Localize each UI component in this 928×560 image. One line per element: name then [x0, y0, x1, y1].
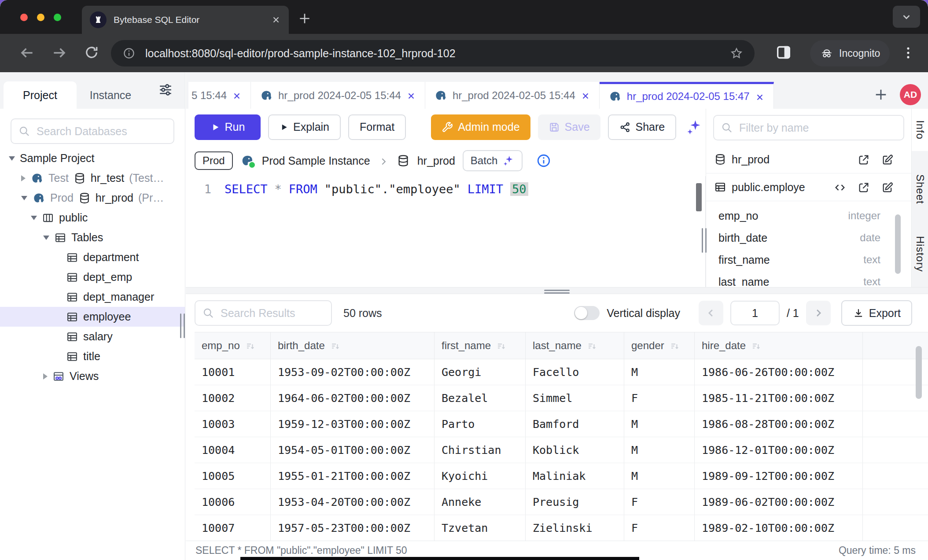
tree-node-tables[interactable]: Tables: [0, 228, 185, 247]
schema-filter[interactable]: [713, 115, 904, 140]
sort-icon[interactable]: [496, 339, 507, 352]
close-window-button[interactable]: [20, 14, 28, 21]
sheet-tab-4-active[interactable]: hr_prod 2024-02-05 15:47: [600, 82, 774, 109]
table-row[interactable]: 100041954-05-01T00:00:00ZChirstianKoblic…: [195, 437, 928, 463]
side-panel-icon[interactable]: [775, 44, 792, 61]
column-row[interactable]: birth_date date: [706, 227, 911, 249]
browser-menu-icon[interactable]: [901, 45, 916, 60]
close-tab-icon[interactable]: [271, 15, 281, 25]
column-header[interactable]: last_name: [526, 332, 624, 359]
panel-table-row[interactable]: public.employe: [706, 173, 911, 201]
column-row[interactable]: first_name text: [706, 249, 911, 271]
address-bar[interactable]: localhost:8080/sql-editor/prod-sample-in…: [111, 40, 755, 66]
sort-icon[interactable]: [670, 339, 680, 352]
column-header[interactable]: birth_date: [271, 332, 435, 359]
chevron-down-icon[interactable]: [31, 216, 37, 220]
open-database-icon[interactable]: [858, 153, 870, 166]
sort-icon[interactable]: [245, 339, 256, 352]
explain-button[interactable]: Explain: [268, 114, 341, 140]
table-row[interactable]: 100051955-01-21T00:00:00ZKyoichiMaliniak…: [195, 463, 928, 489]
tree-node-hr-test[interactable]: Test hr_test (Test…: [0, 168, 185, 188]
tree-node-table-employee-selected[interactable]: employee: [0, 307, 185, 327]
column-header[interactable]: emp_no: [195, 332, 271, 359]
browser-tab[interactable]: Bytebase SQL Editor: [82, 6, 289, 34]
save-button[interactable]: Save: [538, 114, 600, 140]
tree-node-table-title[interactable]: title: [0, 346, 185, 366]
open-table-icon[interactable]: [858, 181, 870, 194]
sheet-tab-1[interactable]: 5 15:44: [188, 82, 251, 109]
database-search-input[interactable]: [36, 125, 166, 138]
tab-search-chevron-button[interactable]: [893, 6, 920, 28]
close-sheet-icon[interactable]: [406, 89, 416, 102]
database-name[interactable]: hr_prod: [417, 155, 455, 167]
back-icon[interactable]: [18, 44, 35, 61]
column-header[interactable]: hire_date: [695, 332, 863, 359]
page-number-input[interactable]: [730, 301, 780, 325]
tree-node-table-dept-manager[interactable]: dept_manager: [0, 287, 185, 307]
forward-icon[interactable]: [51, 44, 68, 61]
export-button[interactable]: Export: [841, 300, 912, 326]
editor-scrollbar[interactable]: [696, 183, 702, 211]
panel-database-row[interactable]: hr_prod: [706, 146, 911, 173]
tab-sheet[interactable]: Sheet: [912, 170, 928, 208]
url-text[interactable]: localhost:8080/sql-editor/prod-sample-in…: [145, 47, 720, 60]
connection-info-icon[interactable]: [536, 153, 551, 168]
instance-name[interactable]: Prod Sample Instance: [262, 155, 370, 167]
schema-panel-scrollbar[interactable]: [895, 214, 901, 274]
sort-icon[interactable]: [751, 339, 762, 352]
tree-node-table-dept-emp[interactable]: dept_emp: [0, 267, 185, 287]
chevron-right-icon[interactable]: [43, 373, 48, 379]
minimize-window-button[interactable]: [37, 14, 44, 21]
admin-mode-button[interactable]: Admin mode: [431, 114, 530, 140]
tree-node-table-department[interactable]: department: [0, 247, 185, 267]
results-search[interactable]: [195, 300, 332, 326]
sql-line-1[interactable]: 1 SELECT * FROM "public"."employee" LIMI…: [186, 176, 705, 196]
database-search[interactable]: [11, 118, 174, 144]
column-header[interactable]: first_name: [435, 332, 526, 359]
table-row[interactable]: 100021964-06-02T00:00:00ZBezalelSimmelF1…: [195, 385, 928, 411]
chevron-right-icon[interactable]: [21, 175, 26, 181]
sheet-tab-2[interactable]: hr_prod 2024-02-05 15:44: [251, 82, 425, 109]
edit-database-icon[interactable]: [881, 153, 894, 166]
site-info-icon[interactable]: [122, 47, 136, 60]
column-header[interactable]: gender: [624, 332, 695, 359]
run-button[interactable]: Run: [195, 114, 261, 140]
table-row[interactable]: 100031959-12-03T00:00:00ZPartoBamfordM19…: [195, 411, 928, 437]
close-sheet-icon[interactable]: [232, 89, 242, 102]
ai-assistant-icon[interactable]: [685, 118, 703, 136]
column-row[interactable]: emp_no integer: [706, 205, 911, 227]
reload-icon[interactable]: [84, 44, 99, 60]
tree-node-schema-public[interactable]: public: [0, 208, 185, 228]
batch-button[interactable]: Batch: [463, 150, 523, 171]
schema-filter-input[interactable]: [738, 121, 896, 135]
close-sheet-icon[interactable]: [581, 89, 590, 102]
results-scrollbar[interactable]: [916, 346, 922, 399]
view-schema-code-icon[interactable]: [834, 181, 846, 194]
tab-info[interactable]: Info: [912, 109, 928, 151]
sheet-tab-3[interactable]: hr_prod 2024-02-05 15:44: [425, 82, 600, 109]
share-button[interactable]: Share: [608, 114, 677, 140]
chevron-down-icon[interactable]: [9, 156, 15, 161]
avatar[interactable]: AD: [900, 84, 921, 105]
sort-icon[interactable]: [330, 339, 341, 352]
chevron-down-icon[interactable]: [43, 236, 49, 240]
new-tab-button[interactable]: [298, 11, 312, 26]
tab-instance[interactable]: Instance: [77, 81, 144, 109]
filter-settings-icon[interactable]: [158, 82, 173, 98]
sidebar-resize-handle[interactable]: [180, 313, 185, 338]
edit-table-icon[interactable]: [881, 181, 894, 194]
close-sheet-icon[interactable]: [755, 90, 765, 103]
format-button[interactable]: Format: [348, 114, 406, 140]
zoom-window-button[interactable]: [54, 14, 61, 21]
column-row[interactable]: last_name text: [706, 271, 911, 287]
tab-history[interactable]: History: [912, 228, 928, 280]
prev-page-button[interactable]: [699, 301, 723, 325]
chevron-down-icon[interactable]: [21, 196, 27, 200]
results-search-input[interactable]: [220, 306, 324, 320]
bookmark-star-icon[interactable]: [730, 47, 743, 60]
sql-editor[interactable]: 1 SELECT * FROM "public"."employee" LIMI…: [186, 176, 706, 287]
new-sheet-button[interactable]: [873, 87, 888, 102]
sort-icon[interactable]: [587, 339, 597, 352]
results-splitter[interactable]: [186, 287, 928, 294]
table-row[interactable]: 100071957-05-23T00:00:00ZTzvetanZielinsk…: [195, 515, 928, 541]
